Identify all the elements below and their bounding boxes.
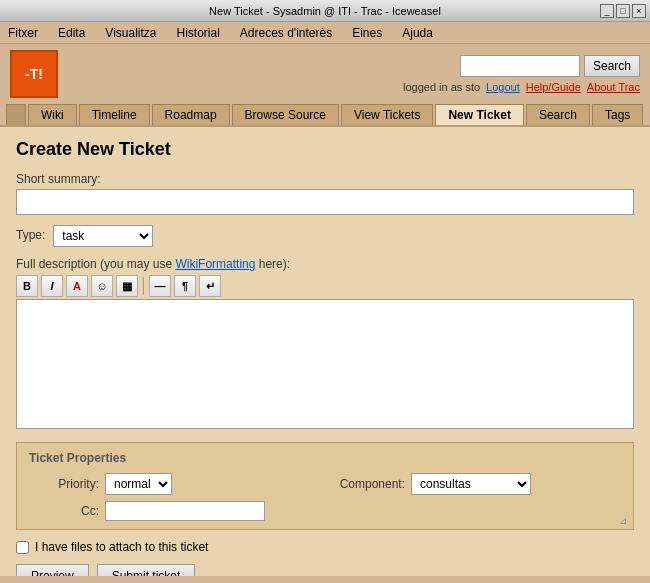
search-button[interactable]: Search [584,55,640,77]
cc-row: Cc: [29,501,315,521]
menu-edita[interactable]: Edita [54,24,89,42]
tab-roadmap[interactable]: Roadmap [152,104,230,125]
toolbar-separator [143,277,144,295]
tab-search[interactable]: Search [526,104,590,125]
short-summary-input[interactable] [16,189,634,215]
tab-tags[interactable]: Tags [592,104,643,125]
user-text: logged in as sto [403,81,480,93]
preview-button[interactable]: Preview [16,564,89,576]
toolbar-smiley[interactable]: ☺ [91,275,113,297]
toolbar-hr[interactable]: — [149,275,171,297]
window-controls[interactable]: _ □ × [600,4,646,18]
tab-browse-source[interactable]: Browse Source [232,104,339,125]
desc-label-prefix: Full description (you may use [16,257,175,271]
header-right: Search logged in as sto Logout Help/Guid… [403,55,640,93]
tab-home[interactable] [6,104,26,125]
user-row: logged in as sto Logout Help/Guide About… [403,81,640,93]
menu-ajuda[interactable]: Ajuda [398,24,437,42]
menu-historial[interactable]: Historial [173,24,224,42]
toolbar-font-color[interactable]: A [66,275,88,297]
menu-eines[interactable]: Eines [348,24,386,42]
logo-text: -T! [25,66,43,82]
search-row: Search [460,55,640,77]
tab-view-tickets[interactable]: View Tickets [341,104,433,125]
title-bar: New Ticket - Sysadmin @ ITI - Trac - Ice… [0,0,650,22]
resize-handle[interactable]: ⊿ [619,515,631,527]
page-title: Create New Ticket [16,139,634,160]
minimize-button[interactable]: _ [600,4,614,18]
attach-checkbox[interactable] [16,541,29,554]
help-link[interactable]: Help/Guide [526,81,581,93]
menu-adreces[interactable]: Adreces d'interès [236,24,336,42]
type-label: Type: [16,228,45,242]
maximize-button[interactable]: □ [616,4,630,18]
desc-label: Full description (you may use WikiFormat… [16,257,634,271]
component-label: Component: [335,477,405,491]
main-content: Create New Ticket Short summary: Type: t… [0,127,650,576]
cc-label: Cc: [29,504,99,518]
toolbar-bold[interactable]: B [16,275,38,297]
tab-wiki[interactable]: Wiki [28,104,77,125]
wiki-formatting-link[interactable]: WikiFormatting [175,257,255,271]
menu-fitxer[interactable]: Fitxer [4,24,42,42]
desc-label-suffix: here): [255,257,290,271]
short-summary-label: Short summary: [16,172,634,186]
component-select[interactable]: consultas general other [411,473,531,495]
description-textarea[interactable] [16,299,634,429]
ticket-properties-title: Ticket Properties [29,451,621,465]
priority-label: Priority: [29,477,99,491]
tab-new-ticket[interactable]: New Ticket [435,104,523,125]
attach-row: I have files to attach to this ticket [16,540,634,554]
submit-ticket-button[interactable]: Submit ticket [97,564,196,576]
type-select[interactable]: task defect enhancement [53,225,153,247]
about-link[interactable]: About Trac [587,81,640,93]
window-title: New Ticket - Sysadmin @ ITI - Trac - Ice… [209,5,441,17]
action-row: Preview Submit ticket [16,564,634,576]
menu-visualitza[interactable]: Visualitza [101,24,160,42]
search-input[interactable] [460,55,580,77]
props-grid: Priority: normal low high critical Compo… [29,473,621,521]
logo: -T! [10,50,58,98]
menu-bar: Fitxer Edita Visualitza Historial Adrece… [0,22,650,44]
toolbar-italic[interactable]: I [41,275,63,297]
toolbar-paragraph[interactable]: ¶ [174,275,196,297]
toolbar-table[interactable]: ▦ [116,275,138,297]
ticket-properties: Ticket Properties Priority: normal low h… [16,442,634,530]
nav-tabs: Wiki Timeline Roadmap Browse Source View… [0,104,650,127]
priority-row: Priority: normal low high critical [29,473,315,495]
logout-link[interactable]: Logout [486,81,520,93]
component-row: Component: consultas general other [335,473,621,495]
priority-select[interactable]: normal low high critical [105,473,172,495]
close-button[interactable]: × [632,4,646,18]
header: -T! Search logged in as sto Logout Help/… [0,44,650,104]
toolbar-indent[interactable]: ↵ [199,275,221,297]
attach-label: I have files to attach to this ticket [35,540,208,554]
tab-timeline[interactable]: Timeline [79,104,150,125]
cc-input[interactable] [105,501,265,521]
toolbar: B I A ☺ ▦ — ¶ ↵ [16,275,634,297]
type-row: Type: task defect enhancement [16,225,634,247]
